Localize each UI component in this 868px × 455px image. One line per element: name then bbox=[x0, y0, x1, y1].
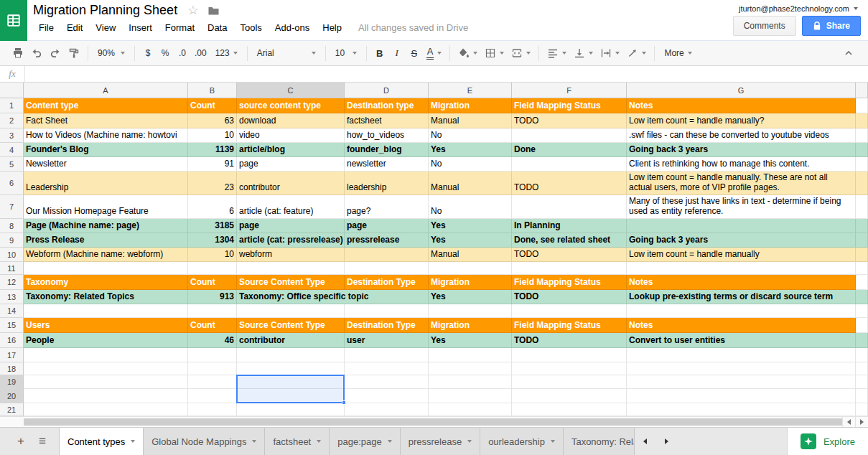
cell-g2[interactable]: Low item count = handle manually? bbox=[627, 113, 856, 128]
row-header-7[interactable]: 7 bbox=[0, 195, 24, 219]
cell-a9[interactable]: Press Release bbox=[24, 233, 188, 248]
cell-b17[interactable] bbox=[188, 348, 237, 362]
column-header-partial[interactable] bbox=[856, 83, 868, 98]
row-header-2[interactable]: 2 bbox=[0, 113, 24, 128]
cell-c1[interactable]: source content type bbox=[237, 98, 345, 113]
cell-d3[interactable]: how_to_videos bbox=[345, 128, 429, 143]
cell-c8[interactable]: page bbox=[237, 219, 345, 233]
cell-partial-18[interactable] bbox=[856, 362, 868, 375]
row-header-5[interactable]: 5 bbox=[0, 157, 24, 172]
cell-partial-7[interactable] bbox=[856, 195, 868, 219]
cell-e11[interactable] bbox=[429, 262, 512, 275]
cell-b3[interactable]: 10 bbox=[188, 128, 237, 143]
cell-e17[interactable] bbox=[429, 348, 512, 362]
scroll-right-button[interactable] bbox=[855, 417, 868, 427]
cell-a3[interactable]: How to Videos (Machine name: howtovi bbox=[24, 128, 188, 143]
cell-a11[interactable] bbox=[24, 262, 188, 275]
cell-c2[interactable]: download bbox=[237, 113, 345, 128]
row-header-21[interactable]: 21 bbox=[0, 403, 24, 416]
cell-f19[interactable] bbox=[512, 375, 627, 389]
cell-g21[interactable] bbox=[627, 403, 856, 416]
cell-a8[interactable]: Page (Machine name: page) bbox=[24, 219, 188, 233]
print-icon[interactable] bbox=[9, 44, 27, 62]
cell-a12[interactable]: Taxonomy bbox=[24, 275, 188, 290]
cell-b1[interactable]: Count bbox=[188, 98, 237, 113]
cell-e21[interactable] bbox=[429, 403, 512, 416]
increase-decimals-button[interactable]: .00 bbox=[191, 44, 210, 62]
cell-b16[interactable]: 46 bbox=[188, 333, 237, 348]
comments-button[interactable]: Comments bbox=[733, 16, 796, 36]
cell-partial-12[interactable] bbox=[856, 275, 868, 290]
cell-a21[interactable] bbox=[24, 403, 188, 416]
cell-g18[interactable] bbox=[627, 362, 856, 375]
cell-b4[interactable]: 1139 bbox=[188, 143, 237, 157]
cell-d7[interactable]: page? bbox=[345, 195, 429, 219]
vertical-align-icon[interactable] bbox=[570, 44, 597, 62]
save-status[interactable]: All changes saved in Drive bbox=[358, 22, 468, 33]
cell-g4[interactable]: Going back 3 years bbox=[627, 143, 856, 157]
cell-f10[interactable]: TODO bbox=[512, 248, 627, 262]
cell-f8[interactable]: In Planning bbox=[512, 219, 627, 233]
cell-f7[interactable] bbox=[512, 195, 627, 219]
row-header-18[interactable]: 18 bbox=[0, 362, 24, 375]
cell-e5[interactable]: No bbox=[429, 157, 512, 172]
cell-g1[interactable]: Notes bbox=[627, 98, 856, 113]
bold-button[interactable]: B bbox=[371, 44, 388, 62]
cell-a13[interactable]: Taxonomy: Related Topics bbox=[24, 290, 188, 304]
row-header-1[interactable]: 1 bbox=[0, 98, 24, 113]
cell-partial-8[interactable] bbox=[856, 219, 868, 233]
cell-f21[interactable] bbox=[512, 403, 627, 416]
cell-g10[interactable]: Low item count = handle manually bbox=[627, 248, 856, 262]
cell-d17[interactable] bbox=[345, 348, 429, 362]
cell-d11[interactable] bbox=[345, 262, 429, 275]
cell-a18[interactable] bbox=[24, 362, 188, 375]
sheet-tab-content-types[interactable]: Content types bbox=[59, 428, 144, 455]
cell-e13[interactable]: Yes bbox=[429, 290, 512, 304]
cell-b20[interactable] bbox=[188, 389, 237, 403]
horizontal-align-icon[interactable] bbox=[543, 44, 570, 62]
strikethrough-button[interactable]: S bbox=[406, 44, 423, 62]
cell-g9[interactable]: Going back 3 years bbox=[627, 233, 856, 248]
cell-b15[interactable]: Count bbox=[188, 318, 237, 333]
cell-g15[interactable]: Notes bbox=[627, 318, 856, 333]
tab-scroll-right-button[interactable] bbox=[656, 428, 678, 455]
cell-e9[interactable]: Yes bbox=[429, 233, 512, 248]
cell-e12[interactable]: Migration bbox=[429, 275, 512, 290]
cell-d18[interactable] bbox=[345, 362, 429, 375]
cell-c7[interactable]: article (cat: feature) bbox=[237, 195, 345, 219]
cell-d8[interactable]: page bbox=[345, 219, 429, 233]
cell-b12[interactable]: Count bbox=[188, 275, 237, 290]
cell-d12[interactable]: Destination Type bbox=[345, 275, 429, 290]
cell-partial-10[interactable] bbox=[856, 248, 868, 262]
cell-e7[interactable]: No bbox=[429, 195, 512, 219]
borders-icon[interactable] bbox=[481, 44, 508, 62]
cell-g16[interactable]: Convert to user entities bbox=[627, 333, 856, 348]
cell-partial-1[interactable] bbox=[856, 98, 868, 113]
scroll-left-button[interactable] bbox=[842, 417, 855, 427]
redo-icon[interactable] bbox=[46, 44, 65, 62]
cell-b21[interactable] bbox=[188, 403, 237, 416]
cell-d10[interactable] bbox=[345, 248, 429, 262]
formula-input[interactable] bbox=[24, 66, 868, 82]
sheet-tab-global-node-mappings[interactable]: Global Node Mappings bbox=[144, 428, 265, 455]
sheets-logo-icon[interactable] bbox=[0, 0, 27, 41]
cell-g8[interactable] bbox=[627, 219, 856, 233]
tab-scroll-left-button[interactable] bbox=[635, 428, 656, 455]
cell-c21[interactable] bbox=[237, 403, 345, 416]
cell-c15[interactable]: Source Content Type bbox=[237, 318, 345, 333]
cell-a19[interactable] bbox=[24, 375, 188, 389]
cell-a6[interactable]: Leadership bbox=[24, 172, 188, 195]
column-header-b[interactable]: B bbox=[188, 83, 237, 98]
cell-b10[interactable]: 10 bbox=[188, 248, 237, 262]
share-button[interactable]: Share bbox=[802, 16, 861, 36]
cell-g7[interactable]: Many of these just have links in text - … bbox=[627, 195, 856, 219]
cell-a4[interactable]: Founder's Blog bbox=[24, 143, 188, 157]
paint-format-icon[interactable] bbox=[65, 44, 83, 62]
sheet-tab-factsheet[interactable]: factsheet bbox=[265, 428, 330, 455]
cell-g12[interactable]: Notes bbox=[627, 275, 856, 290]
row-header-9[interactable]: 9 bbox=[0, 233, 24, 248]
row-header-13[interactable]: 13 bbox=[0, 290, 24, 304]
cell-c16[interactable]: contributor bbox=[237, 333, 345, 348]
cell-g5[interactable]: Client is rethinking how to manage this … bbox=[627, 157, 856, 172]
cell-a1[interactable]: Content type bbox=[24, 98, 188, 113]
